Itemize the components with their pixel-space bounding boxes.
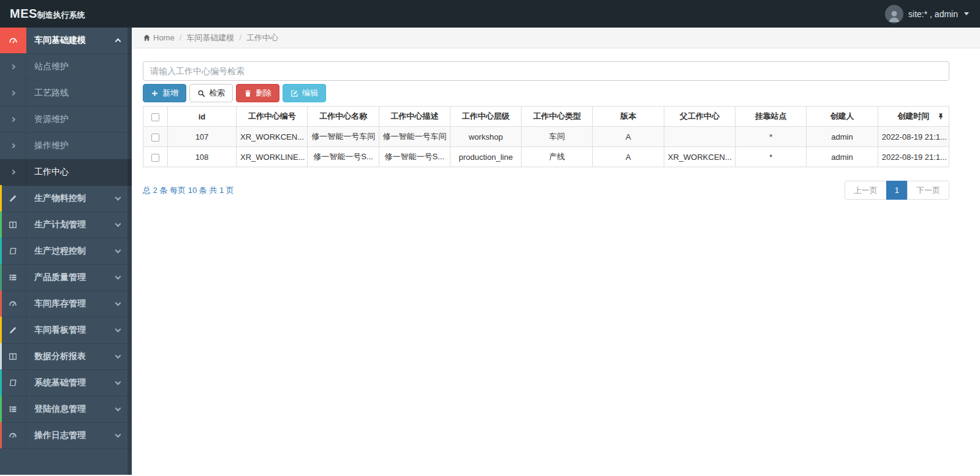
pin-column-icon[interactable] (937, 113, 944, 120)
table-cell: 修一智能一号S... (379, 147, 450, 167)
sidebar-item-8[interactable]: 登陆信息管理 (0, 396, 132, 423)
sidebar-item-icon-cell (0, 265, 26, 290)
header-cell-9[interactable]: 创建人 (807, 107, 878, 127)
header-cell-5[interactable]: 工作中心类型 (522, 107, 593, 127)
sidebar-item-icon-cell (0, 423, 26, 448)
table-header-row: id工作中心编号工作中心名称工作中心描述工作中心层级工作中心类型版本父工作中心挂… (143, 107, 949, 127)
sidebar-item-2[interactable]: 生产过程控制 (0, 238, 132, 265)
header-cell-10[interactable]: 创建时间 (878, 107, 949, 127)
breadcrumb-home[interactable]: Home (143, 33, 175, 42)
caret-down-icon (964, 12, 969, 15)
app-logo[interactable]: MES制造执行系统 (10, 7, 85, 21)
user-label: site:* , admin (908, 9, 958, 19)
sidebar-item-icon-cell (0, 291, 26, 317)
sidebar-subitem-icon-cell (0, 54, 26, 80)
sidebar-item-label: 生产过程控制 (26, 238, 116, 264)
sidebar-group-workshop-modeling[interactable]: 车间基础建模 (0, 28, 132, 54)
sidebar-scrollbar[interactable] (127, 28, 132, 475)
top-navbar: MES制造执行系统 site:* , admin (0, 0, 980, 28)
chevron-right-icon (10, 64, 15, 69)
delete-button[interactable]: 删除 (236, 84, 279, 102)
add-button[interactable]: 新增 (143, 84, 186, 102)
header-cell-7[interactable]: 父工作中心 (664, 107, 735, 127)
sidebar-subitem-4[interactable]: 工作中心 (0, 159, 132, 186)
table-cell: 修一智能一号车间 (379, 127, 450, 147)
chevron-down-icon (115, 379, 121, 385)
breadcrumb-module[interactable]: 车间基础建模 (186, 32, 234, 43)
edit-icon (291, 89, 298, 97)
sidebar-subitem-1[interactable]: 工艺路线 (0, 80, 132, 107)
sidebar-subitem-label: 工作中心 (26, 159, 116, 185)
main-area: Home / 车间基础建模 / 工作中心 新增检索删除编辑 id工作中心编号工作… (132, 28, 980, 476)
search-input[interactable] (143, 61, 949, 81)
select-all-checkbox[interactable] (151, 113, 159, 121)
sidebar-subitem-icon-cell (0, 107, 26, 132)
header-cell-1[interactable]: 工作中心编号 (237, 107, 308, 127)
next-page-button[interactable]: 下一页 (907, 181, 949, 200)
sidebar-item-label: 系统基础管理 (26, 370, 116, 396)
search-button[interactable]: 检索 (189, 84, 233, 102)
chevron-right-icon (10, 117, 15, 122)
sidebar-item-5[interactable]: 车间看板管理 (0, 317, 132, 344)
header-cell-4[interactable]: 工作中心层级 (450, 107, 521, 127)
pagination-controls: 上一页1下一页 (845, 181, 949, 200)
sidebar-item-accent (0, 238, 2, 264)
sidebar-subitem-3[interactable]: 操作维护 (0, 133, 132, 159)
sidebar-item-accent (0, 369, 2, 396)
sidebar-item-6[interactable]: 数据分析报表 (0, 344, 132, 370)
prev-page-button[interactable]: 上一页 (845, 181, 887, 200)
app-logo-subtitle: 制造执行系统 (37, 10, 85, 21)
sidebar-item-0[interactable]: 生产物料控制 (0, 186, 132, 212)
row-checkbox[interactable] (151, 154, 159, 162)
sidebar-group-icon-cell (0, 28, 26, 53)
table-cell: XR_WORKCEN... (664, 147, 735, 167)
header-cell-checkbox (143, 107, 168, 127)
current-page-button[interactable]: 1 (886, 181, 908, 200)
sidebar-subitem-0[interactable]: 站点维护 (0, 54, 132, 80)
sidebar-item-4[interactable]: 车间库存管理 (0, 291, 132, 317)
workcenter-table: id工作中心编号工作中心名称工作中心描述工作中心层级工作中心类型版本父工作中心挂… (143, 106, 949, 167)
sidebar-item-label: 操作日志管理 (26, 423, 116, 448)
chevron-down-icon (115, 432, 121, 438)
list-icon (9, 273, 17, 282)
sidebar-item-3[interactable]: 产品质量管理 (0, 265, 132, 291)
tachometer-icon (9, 431, 17, 440)
content: 新增检索删除编辑 id工作中心编号工作中心名称工作中心描述工作中心层级工作中心类… (132, 48, 980, 200)
book-icon (9, 247, 17, 255)
pagination-summary: 总 2 条 每页 10 条 共 1 页 (143, 185, 234, 196)
user-menu[interactable]: site:* , admin (885, 5, 969, 23)
sidebar-item-label: 生产计划管理 (26, 212, 116, 238)
home-icon (143, 34, 151, 42)
table-cell: 2022-08-19 21:1... (878, 147, 949, 167)
table-cell: * (735, 127, 807, 147)
add-button-label: 新增 (162, 88, 178, 99)
sidebar-item-label: 生产物料控制 (26, 186, 116, 211)
pencil-icon (9, 194, 17, 203)
table-cell: 108 (168, 147, 237, 167)
sidebar: 车间基础建模站点维护工艺路线资源维护操作维护工作中心生产物料控制生产计划管理生产… (0, 28, 132, 475)
edit-button[interactable]: 编辑 (283, 84, 326, 102)
table-cell: XR_WORKCEN... (237, 127, 308, 147)
header-cell-3[interactable]: 工作中心描述 (379, 107, 450, 127)
table-cell: workshop (450, 127, 521, 147)
table-cell: 产线 (522, 147, 593, 167)
breadcrumb-separator: / (239, 33, 241, 42)
row-checkbox[interactable] (151, 134, 159, 142)
tachometer-icon (9, 300, 17, 308)
sidebar-item-icon-cell (0, 238, 26, 264)
sidebar-item-1[interactable]: 生产计划管理 (0, 212, 132, 238)
sidebar-group-label: 车间基础建模 (26, 28, 116, 53)
chevron-down-icon (115, 221, 121, 227)
sidebar-item-accent (0, 422, 2, 448)
sidebar-item-9[interactable]: 操作日志管理 (0, 423, 132, 449)
table-row[interactable]: 108XR_WORKLINE...修一智能一号S...修一智能一号S...pro… (143, 147, 949, 167)
header-cell-8[interactable]: 挂靠站点 (735, 107, 807, 127)
header-cell-0[interactable]: id (168, 107, 237, 127)
sidebar-subitem-label: 工艺路线 (26, 80, 116, 106)
header-cell-6[interactable]: 版本 (593, 107, 664, 127)
chevron-down-icon (115, 300, 121, 306)
sidebar-subitem-2[interactable]: 资源维护 (0, 107, 132, 133)
sidebar-item-7[interactable]: 系统基础管理 (0, 370, 132, 396)
header-cell-2[interactable]: 工作中心名称 (308, 107, 379, 127)
table-row[interactable]: 107XR_WORKCEN...修一智能一号车间修一智能一号车间workshop… (143, 127, 949, 147)
